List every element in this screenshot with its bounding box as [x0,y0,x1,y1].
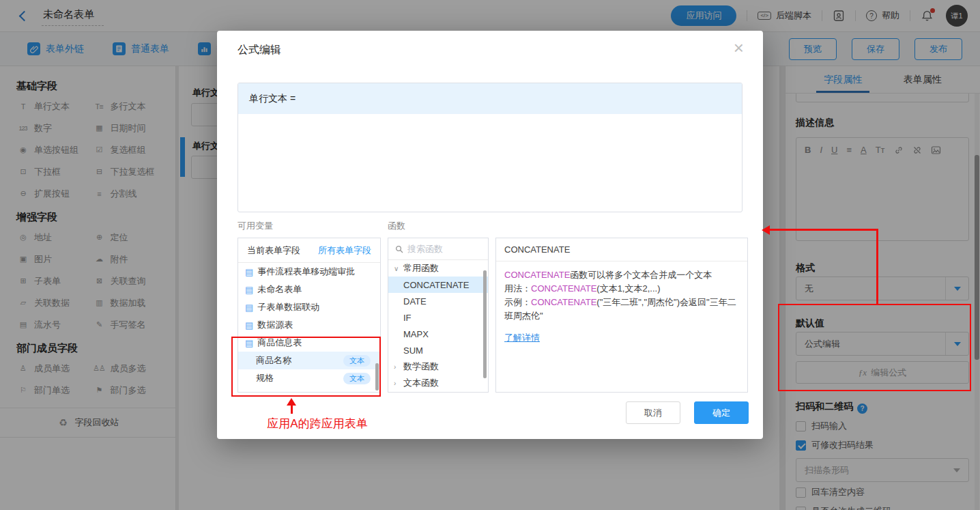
confirm-button[interactable]: 确定 [694,401,749,424]
caret-right-icon: › [394,380,400,387]
form-doc-icon: ▤ [245,302,253,313]
form-designer-app: 未命名表单 应用访问 </> 后端脚本 ? 帮助 [0,0,980,510]
learn-more-link[interactable]: 了解详情 [504,331,540,345]
function-item-concatenate[interactable]: CONCATENATE [388,277,488,293]
tab-all-form-fields[interactable]: 所有表单字段 [318,244,371,257]
variable-form-item[interactable]: ▤事件流程表单移动端审批 [238,263,380,281]
function-item-sum[interactable]: SUM [388,342,488,358]
function-detail-title: CONCATENATE [496,238,747,261]
form-doc-icon: ▤ [245,320,253,330]
variables-tabs: 当前表单字段 所有表单字段 [238,238,380,263]
function-description: CONCATENATE函数可以将多个文本合并成一个文本 [504,268,739,282]
function-usage: 用法：CONCATENATE(文本1,文本2,...) [504,282,739,296]
close-icon[interactable]: × [734,39,744,57]
caret-right-icon: › [394,363,400,371]
caret-down-icon: ∨ [394,265,400,272]
variable-form-item[interactable]: ▤子表单数据联动 [238,298,380,316]
tab-current-form-fields[interactable]: 当前表单字段 [247,244,300,257]
function-group-text[interactable]: ›文本函数 [388,375,488,391]
function-detail-panel: CONCATENATE CONCATENATE函数可以将多个文本合并成一个文本 … [495,238,748,393]
variable-form-item[interactable]: ▤未命名表单 [238,281,380,298]
annotation-box-cross-app-form [231,337,381,397]
modal-title: 公式编辑 [237,43,281,57]
variables-section-label: 可用变量 [237,220,273,232]
function-item-if[interactable]: IF [388,309,488,326]
search-icon [395,245,403,253]
formula-target: 单行文本 = [238,83,742,114]
function-search-input[interactable] [407,244,476,254]
cancel-button[interactable]: 取消 [626,401,680,424]
function-item-mapx[interactable]: MAPX [388,326,488,342]
annotation-connector-horizontal [768,229,878,231]
function-group-common[interactable]: ∨常用函数 [388,260,488,277]
annotation-box-default-value [778,304,971,391]
annotation-arrow-up-stem [291,405,293,414]
functions-section-label: 函数 [388,220,405,232]
formula-editor[interactable]: 单行文本 = [237,83,743,212]
function-example: 示例：CONCATENATE("三年二班","周杰伦")会返回"三年二班周杰伦" [504,296,739,323]
functions-panel: ∨常用函数 CONCATENATE DATE IF MAPX SUM ›数学函数… [388,238,489,393]
function-item-date[interactable]: DATE [388,293,488,309]
variable-form-item[interactable]: ▤数据源表 [238,316,380,334]
annotation-connector-vertical [876,229,878,305]
scrollbar-thumb[interactable] [483,270,487,378]
function-group-math[interactable]: ›数学函数 [388,358,488,375]
function-detail-body: CONCATENATE函数可以将多个文本合并成一个文本 用法：CONCATENA… [496,261,747,352]
form-doc-icon: ▤ [245,267,253,277]
function-search [388,238,488,260]
annotation-cross-app-label: 应用A的跨应用表单 [242,416,392,431]
form-doc-icon: ▤ [245,285,253,295]
